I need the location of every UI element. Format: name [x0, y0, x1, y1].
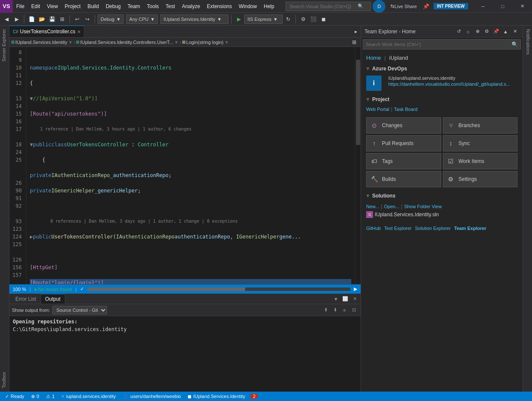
te-work-items-button[interactable]: ☑ Work Items [443, 153, 518, 169]
te-branches-button[interactable]: ⑂ Branches [443, 117, 518, 134]
redo-button[interactable]: ↪ [83, 15, 92, 24]
split-editor-button[interactable]: ⊞ [350, 38, 359, 47]
menu-build[interactable]: Build [84, 0, 102, 12]
sidebar-tab-toolbox[interactable]: Toolbox [0, 369, 9, 392]
save-all-button[interactable]: ⊞ [58, 15, 67, 24]
menu-window[interactable]: Window [235, 0, 260, 12]
code-content[interactable]: namespace IUpland.Services.Identity.Cont… [26, 47, 355, 284]
status-ready[interactable]: ✓ Ready [3, 394, 26, 399]
global-search-box[interactable]: 🔍 [286, 2, 371, 11]
te-org-link[interactable]: https://danhellem.visualstudio.com/iUpla… [388, 81, 510, 87]
bottom-close-button[interactable]: ✕ [350, 295, 359, 303]
live-share-button[interactable]: ⇆ Live Share [387, 3, 420, 9]
new-file-button[interactable]: 📄 [27, 15, 36, 24]
menu-help[interactable]: Help [260, 0, 278, 12]
te-refresh-btn[interactable]: ↺ [454, 27, 463, 36]
te-connect-btn[interactable]: ⊕ [473, 27, 482, 36]
status-notifications[interactable]: 2 [250, 394, 258, 399]
misc-button-2[interactable]: ⬛ [309, 15, 318, 24]
status-warnings[interactable]: ⚠ 1 [44, 394, 56, 399]
misc-button-3[interactable]: ◼ [319, 15, 328, 24]
open-file-button[interactable]: 📂 [37, 15, 46, 24]
te-expand-btn[interactable]: ▲ [501, 27, 510, 36]
minimize-button[interactable]: ─ [473, 0, 493, 13]
status-user[interactable]: 👤 users/danhellem/weebio [121, 394, 183, 399]
output-btn-3[interactable]: ≡ [340, 306, 349, 314]
te-home-btn[interactable]: ⌂ [464, 27, 472, 36]
te-home-link[interactable]: Home [366, 55, 381, 61]
te-pull-requests-button[interactable]: ↑ Pull Requests [366, 135, 441, 151]
menu-extensions[interactable]: Extensions [203, 0, 235, 12]
refresh-button[interactable]: ↻ [283, 15, 293, 24]
no-issues-badge[interactable]: ● No issues found [34, 287, 72, 292]
maximize-button[interactable]: □ [493, 0, 512, 13]
menu-project[interactable]: Project [61, 0, 84, 12]
breadcrumb-namespace[interactable]: ⊞ IUpland.Services.Identity ▼ [11, 40, 73, 45]
te-new-solution-link[interactable]: New... [366, 204, 379, 209]
status-project[interactable]: ◼ IUpland.Services.Identity [186, 394, 247, 399]
te-github-link[interactable]: GitHub [366, 226, 381, 231]
breadcrumb-method[interactable]: ⊠ Login(string login) ▼ [182, 40, 229, 45]
menu-edit[interactable]: Edit [28, 0, 43, 12]
menu-tools[interactable]: Tools [144, 0, 162, 12]
scroll-right-btn[interactable]: ▶ [354, 286, 357, 292]
editor-tab-usertokens[interactable]: C# UserTokensController.cs ✕ [9, 26, 84, 37]
misc-button-1[interactable]: ⚙ [298, 15, 308, 24]
te-search-box[interactable]: 🔍 [363, 39, 521, 49]
bottom-minimize-button[interactable]: ▼ [332, 295, 340, 303]
pin-button[interactable]: 📌 [420, 3, 432, 9]
te-solution-explorer-link[interactable]: Solution Explorer [415, 226, 451, 231]
editor-vertical-scrollbar[interactable] [355, 47, 361, 284]
nav-back-button[interactable]: ◀ [2, 15, 11, 24]
run-button[interactable]: ▶ [234, 15, 243, 24]
te-team-explorer-link[interactable]: Team Explorer [454, 226, 486, 231]
close-button[interactable]: ✕ [512, 0, 532, 13]
menu-test[interactable]: Test [162, 0, 179, 12]
output-source-dropdown[interactable]: Source Control - Git Build Debug [52, 306, 107, 314]
notifications-tab[interactable]: Notifications [523, 26, 532, 58]
te-builds-button[interactable]: 🔨 Builds [366, 171, 441, 187]
undo-button[interactable]: ↩ [72, 15, 82, 24]
te-project-header[interactable]: ▼ Project [363, 95, 521, 104]
run-target-dropdown[interactable]: IIS Express ▼ [244, 15, 283, 24]
tab-close-button[interactable]: ✕ [77, 29, 81, 34]
menu-debug[interactable]: Debug [102, 0, 124, 12]
project-dropdown[interactable]: IUpland.Services.Identity ▼ [160, 15, 228, 24]
te-solution-file[interactable]: S IUpland.Services.Identity.sln [366, 211, 518, 218]
debug-mode-dropdown[interactable]: Debug ▼ [98, 15, 124, 24]
te-settings-button[interactable]: ⚙ Settings [443, 171, 518, 187]
te-tags-button[interactable]: 🏷 Tags [366, 153, 441, 169]
scroll-indicator[interactable] [87, 288, 350, 291]
te-azure-devops-header[interactable]: ▼ Azure DevOps [363, 64, 521, 73]
te-web-portal-link[interactable]: Web Portal [366, 107, 389, 112]
output-btn-1[interactable]: ⬆ [321, 306, 330, 314]
output-btn-4[interactable]: ⊡ [350, 306, 358, 314]
status-errors[interactable]: ⊗ 0 [29, 394, 41, 399]
status-branch[interactable]: ⑂ iupland.services.identity [60, 394, 118, 399]
te-close-btn[interactable]: ✕ [511, 27, 519, 36]
bottom-float-button[interactable]: ⬜ [341, 295, 350, 303]
sidebar-tab-server-explorer[interactable]: Server Explorer [0, 26, 9, 65]
te-sync-button[interactable]: ↕ Sync [443, 135, 518, 151]
platform-dropdown[interactable]: Any CPU ▼ [126, 15, 158, 24]
te-task-board-link[interactable]: Task Board [394, 107, 417, 112]
te-open-solution-link[interactable]: Open... [384, 204, 399, 209]
te-show-folder-view-link[interactable]: Show Folder View [404, 204, 442, 209]
global-search-input[interactable] [289, 4, 358, 9]
breadcrumb-class[interactable]: ⊞ IUpland.Services.Identity.Controllers.… [76, 40, 179, 45]
menu-analyze[interactable]: Analyze [179, 0, 204, 12]
save-button[interactable]: 💾 [47, 15, 57, 24]
te-settings-btn[interactable]: ⚙ [483, 27, 491, 36]
menu-team[interactable]: Team [124, 0, 143, 12]
te-search-input[interactable] [366, 42, 512, 47]
scroll-thumb[interactable] [356, 60, 360, 145]
te-changes-button[interactable]: ⊙ Changes [366, 117, 441, 134]
output-btn-2[interactable]: ⬇ [331, 306, 339, 314]
nav-forward-button[interactable]: ▶ [12, 15, 21, 24]
new-tab-button[interactable]: ▸ [351, 27, 361, 36]
te-pin-btn[interactable]: 📌 [492, 27, 500, 36]
tab-error-list[interactable]: Error List [11, 294, 41, 304]
tab-output[interactable]: Output [41, 294, 65, 304]
menu-file[interactable]: File [13, 0, 28, 12]
menu-view[interactable]: View [43, 0, 61, 12]
